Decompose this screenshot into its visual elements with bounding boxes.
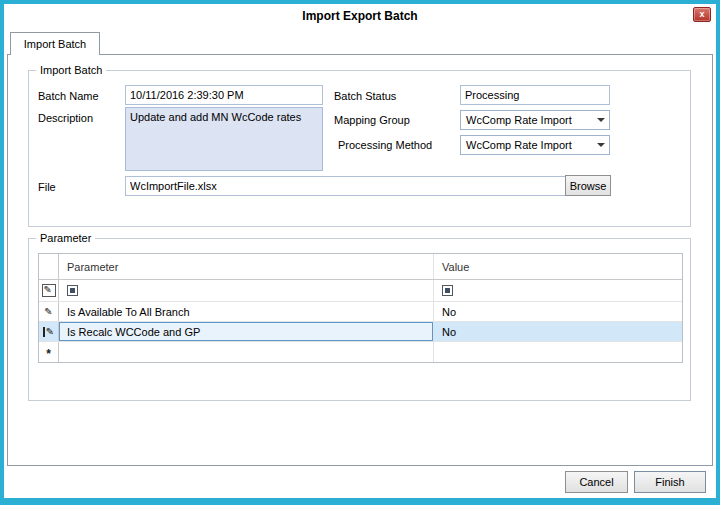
filter-checkbox-icon[interactable] — [67, 285, 78, 296]
cancel-button[interactable]: Cancel — [565, 471, 628, 493]
table-row-selected[interactable]: ✎ Is Recalc WCCode and GP No — [39, 322, 682, 342]
row-header-cell[interactable]: ✎ — [39, 302, 59, 321]
row-header-cell[interactable]: ✎ — [39, 322, 59, 341]
cell-parameter[interactable]: Is Recalc WCCode and GP — [59, 322, 434, 341]
file-input[interactable] — [125, 176, 566, 196]
batch-status-input[interactable] — [460, 85, 610, 105]
import-export-batch-dialog: Import Export Batch x Import Batch Impor… — [0, 0, 720, 505]
filter-cell-value[interactable] — [434, 280, 682, 301]
filter-cell-parameter[interactable] — [59, 280, 434, 301]
cell-value-empty[interactable] — [434, 342, 682, 362]
close-button[interactable]: x — [693, 7, 711, 22]
mapping-group-label: Mapping Group — [334, 114, 410, 126]
table-row[interactable]: ✎ Is Available To All Branch No — [39, 302, 682, 322]
new-row-header-cell[interactable]: * — [39, 342, 59, 362]
cell-parameter[interactable]: Is Available To All Branch — [59, 302, 434, 321]
finish-button[interactable]: Finish — [634, 471, 706, 493]
file-label: File — [38, 181, 56, 193]
browse-button[interactable]: Browse — [565, 175, 611, 196]
filter-row-header-cell: ✎ — [39, 280, 59, 301]
description-textarea[interactable]: Update and add MN WcCode rates — [125, 107, 323, 171]
dialog-titlebar[interactable]: Import Export Batch x — [4, 4, 716, 30]
cell-value[interactable]: No — [434, 322, 682, 341]
cell-parameter-empty[interactable] — [59, 342, 434, 362]
mapping-group-value: WcComp Rate Import — [461, 114, 593, 126]
close-icon: x — [699, 9, 704, 19]
column-header-parameter[interactable]: Parameter — [59, 254, 434, 279]
dialog-title: Import Export Batch — [4, 4, 716, 29]
grid-new-row[interactable]: * — [39, 342, 682, 362]
tab-import-batch[interactable]: Import Batch — [10, 32, 100, 55]
batch-status-label: Batch Status — [334, 90, 396, 102]
current-row-marker-icon — [43, 327, 45, 337]
chevron-down-icon — [593, 111, 609, 129]
processing-method-label: Processing Method — [338, 139, 432, 151]
edit-row-icon: ✎ — [46, 327, 54, 337]
cell-value[interactable]: No — [434, 302, 682, 321]
batch-name-label: Batch Name — [38, 90, 99, 102]
parameter-group-label: Parameter — [36, 232, 95, 244]
grid-filter-row: ✎ — [39, 280, 682, 302]
parameter-grid: Parameter Value ✎ ✎ Is Available To All … — [38, 253, 683, 363]
chevron-down-icon — [593, 136, 609, 154]
filter-row-edit-icon: ✎ — [42, 284, 56, 297]
grid-header-row: Parameter Value — [39, 254, 682, 280]
processing-method-value: WcComp Rate Import — [461, 139, 593, 151]
batch-name-input[interactable] — [125, 85, 323, 105]
column-header-value[interactable]: Value — [434, 254, 682, 279]
filter-checkbox-icon[interactable] — [442, 285, 453, 296]
new-row-icon: * — [46, 345, 51, 359]
import-batch-group-label: Import Batch — [36, 64, 106, 76]
processing-method-dropdown[interactable]: WcComp Rate Import — [460, 135, 610, 155]
description-label: Description — [38, 112, 93, 124]
edit-row-icon: ✎ — [44, 307, 52, 317]
mapping-group-dropdown[interactable]: WcComp Rate Import — [460, 110, 610, 130]
grid-corner-cell — [39, 254, 59, 279]
